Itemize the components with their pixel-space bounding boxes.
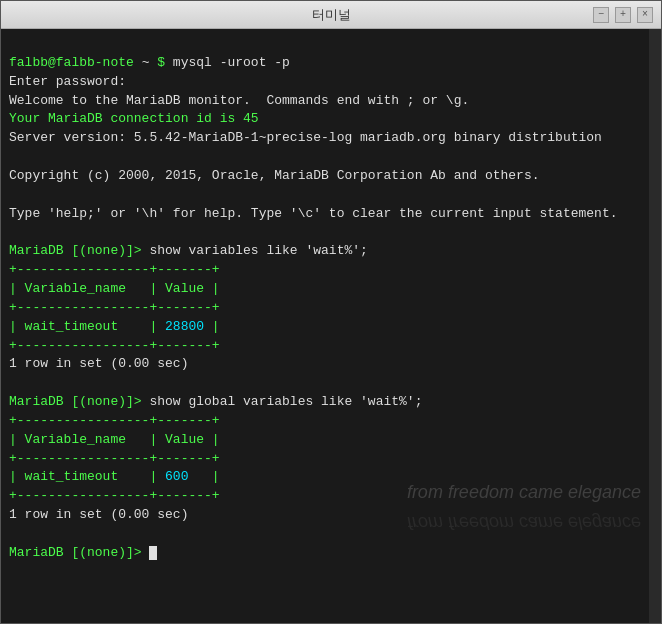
terminal-body[interactable]: falbb@falbb-note ~ $ mysql -uroot -p Ent…	[1, 29, 661, 623]
titlebar: 터미널 − + ×	[1, 1, 661, 29]
prompt-user: falbb@falbb-note	[9, 55, 134, 70]
close-button[interactable]: ×	[637, 7, 653, 23]
scrollbar[interactable]	[649, 29, 661, 623]
window-controls[interactable]: − + ×	[593, 7, 653, 23]
terminal-window: 터미널 − + × falbb@falbb-note ~ $ mysql -ur…	[0, 0, 662, 624]
window-title: 터미널	[69, 6, 593, 24]
cursor	[149, 546, 157, 560]
terminal-content: falbb@falbb-note ~ $ mysql -uroot -p Ent…	[9, 35, 653, 581]
minimize-button[interactable]: −	[593, 7, 609, 23]
maximize-button[interactable]: +	[615, 7, 631, 23]
